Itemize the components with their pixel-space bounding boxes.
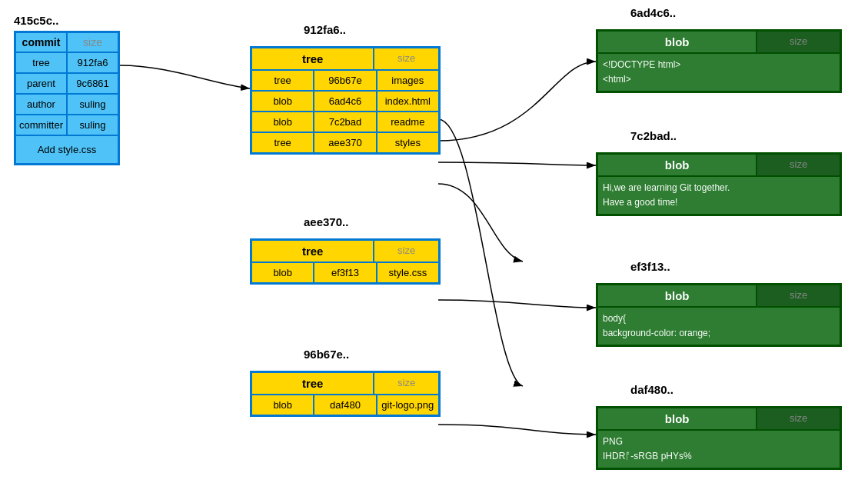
commit-row-0: tree 912fa6 [15,52,118,73]
commit-row-0-col1: tree [15,52,67,73]
blob-ef3-content: body{ background-color: orange; [597,307,840,345]
tree-912-row-1-col3: index.html [377,91,439,112]
commit-row-2-col2: suling [67,94,118,115]
tree-912-row-3: tree aee370 styles [251,132,439,153]
tree-96b-row-0-col2: daf480 [314,395,376,415]
arrow-commit-to-912 [120,65,250,88]
blob-7c2-header-col1: blob [597,154,757,176]
tree-96b-row-0: blob daf480 git-logo.png [251,395,439,415]
commit-row-3-col1: committer [15,115,67,135]
blob-daf-header-col2: size [757,408,840,430]
tree-912-row-0-col1: tree [251,70,314,91]
commit-row-3-col2: suling [67,115,118,135]
tree-912-hash-label: 912fa6.. [304,23,346,36]
blob-ef3-box: blob size body{ background-color: orange… [596,283,842,347]
blob-6ad-content: <!DOCTYPE html> <html> [597,53,840,92]
tree-912-row-0: tree 96b67e images [251,70,439,91]
tree-aee-header-col2: size [374,240,439,262]
tree-912-row-2-col1: blob [251,112,314,132]
blob-daf-header-col1: blob [597,408,757,430]
tree-912-box: tree size tree 96b67e images blob 6ad4c6… [250,46,441,155]
commit-row-3: committer suling [15,115,118,135]
blob-6ad-box: blob size <!DOCTYPE html> <html> [596,29,842,93]
commit-row-0-col2: 912fa6 [67,52,118,73]
tree-aee-hash-label: aee370.. [304,215,348,228]
tree-aee-row-0-col2: ef3f13 [314,262,376,283]
tree-96b-row-0-col1: blob [251,395,314,415]
tree-aee-row-0-col1: blob [251,262,314,283]
tree-96b-header: tree size [251,372,439,395]
tree-912-row-2: blob 7c2bad readme [251,112,439,132]
blob-6ad-line-0: <!DOCTYPE html> [603,58,835,72]
commit-header-col1: commit [15,32,67,52]
commit-message: Add style.css [15,135,118,164]
tree-912-row-1: blob 6ad4c6 index.html [251,91,439,112]
blob-7c2-header-col2: size [757,154,840,176]
tree-912-row-1-col2: 6ad4c6 [314,91,376,112]
blob-7c2-box: blob size Hi,we are learning Git togethe… [596,152,842,216]
tree-912-row-0-col3: images [377,70,439,91]
blob-daf-hash-label: daf480.. [630,383,673,396]
tree-aee-box: tree size blob ef3f13 style.css [250,238,441,285]
blob-6ad-line-1: <html> [603,72,835,87]
commit-row-2-col1: author [15,94,67,115]
tree-912-row-3-col2: aee370 [314,132,376,153]
blob-6ad-header: blob size [597,31,840,53]
blob-daf-line-0: PNG [603,435,835,449]
arrow-912-to-6ad [438,62,596,141]
tree-aee-header-col1: tree [251,240,374,262]
tree-912-row-1-col1: blob [251,91,314,112]
blob-7c2-content: Hi,we are learning Git together. Have a … [597,176,840,215]
tree-aee-row-0-col3: style.css [377,262,439,283]
commit-row-2: author suling [15,94,118,115]
tree-912-row-2-col3: readme [377,112,439,132]
commit-header-col2: size [67,32,118,52]
blob-daf-line-2: IHDRᚩ-sRGB pHYs% [603,449,835,464]
blob-7c2-line-1: Have a good time! [603,195,835,210]
blob-ef3-line-1: background-color: orange; [603,326,835,341]
blob-daf-box: blob size PNG IHDRᚩ-sRGB pHYs% [596,406,842,470]
commit-header-row: commit size [15,32,118,52]
tree-96b-hash-label: 96b67e.. [304,348,349,361]
tree-912-row-3-col3: styles [377,132,439,153]
commit-hash-label: 415c5c.. [14,14,58,27]
tree-912-header-col1: tree [251,48,374,70]
arrow-912-to-96b [438,119,523,386]
tree-aee-header: tree size [251,240,439,262]
blob-daf-header: blob size [597,408,840,430]
tree-96b-row-0-col3: git-logo.png [377,395,439,415]
blob-ef3-header: blob size [597,285,840,307]
blob-7c2-line-0: Hi,we are learning Git together. [603,181,835,195]
tree-aee-row-0: blob ef3f13 style.css [251,262,439,283]
blob-daf-content: PNG IHDRᚩ-sRGB pHYs% [597,430,840,468]
blob-6ad-header-col1: blob [597,31,757,53]
blob-ef3-line-0: body{ [603,311,835,326]
blob-7c2-hash-label: 7c2bad.. [630,129,677,142]
arrow-96b-to-daf [438,425,596,435]
tree-912-row-2-col2: 7c2bad [314,112,376,132]
tree-912-row-3-col1: tree [251,132,314,153]
arrow-912-to-aee [438,184,523,261]
commit-row-1-col1: parent [15,73,67,94]
tree-912-header-col2: size [374,48,439,70]
blob-6ad-header-col2: size [757,31,840,53]
blob-ef3-hash-label: ef3f13.. [630,260,670,273]
tree-912-row-0-col2: 96b67e [314,70,376,91]
arrow-912-to-7c2 [438,162,596,165]
tree-96b-box: tree size blob daf480 git-logo.png [250,371,441,417]
blob-ef3-header-col1: blob [597,285,757,307]
diagram: 415c5c.. commit size tree 912fa6 parent … [0,0,868,503]
commit-box: commit size tree 912fa6 parent 9c6861 au… [14,31,120,165]
commit-row-1-col2: 9c6861 [67,73,118,94]
blob-7c2-header: blob size [597,154,840,176]
tree-96b-header-col2: size [374,372,439,395]
blob-6ad-hash-label: 6ad4c6.. [630,6,676,19]
commit-row-1: parent 9c6861 [15,73,118,94]
tree-96b-header-col1: tree [251,372,374,395]
tree-912-header: tree size [251,48,439,70]
arrow-aee-to-ef3 [438,300,596,308]
blob-ef3-header-col2: size [757,285,840,307]
